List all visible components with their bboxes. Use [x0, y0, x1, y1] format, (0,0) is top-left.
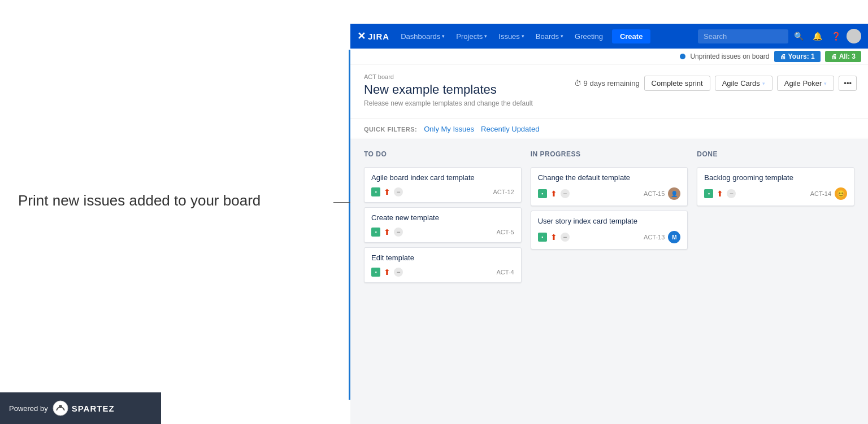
done-column-header: Done	[697, 148, 854, 163]
print-icon: 🖨	[780, 53, 786, 60]
story-icon: ▪	[371, 187, 380, 196]
card-footer: ▪ ⬆ − ACT-5	[371, 228, 514, 237]
card-icons: ▪ ⬆ −	[371, 268, 403, 277]
done-column: Done Backlog grooming template ▪ ⬆ − ACT…	[692, 148, 859, 415]
board-header-actions: ⏱ 9 days remaining Complete sprint Agile…	[574, 76, 857, 91]
agile-cards-button[interactable]: Agile Cards ▾	[715, 76, 772, 91]
board-subtitle: Release new example templates and change…	[364, 99, 857, 107]
spartez-icon	[53, 400, 68, 416]
spartez-name: SPARTEZ	[72, 404, 115, 413]
inprogress-column-header: In Progress	[531, 148, 688, 163]
card-footer: ▪ ⬆ − ACT-14 😊	[704, 187, 847, 200]
jira-x-icon: ✕	[357, 30, 366, 42]
card-title: Edit template	[371, 253, 514, 262]
priority-icon: ⬆	[383, 228, 392, 237]
card-icons: ▪ ⬆ −	[538, 233, 570, 242]
minus-icon: −	[561, 233, 570, 242]
card-footer: ▪ ⬆ − ACT-15 👤	[538, 187, 681, 200]
card-act-13[interactable]: User story index card template ▪ ⬆ − ACT…	[531, 211, 688, 250]
user-avatar[interactable]	[847, 29, 861, 43]
annotation-text: Print new issues added to your board	[18, 192, 261, 209]
todo-column: To Do Agile board index card template ▪ …	[359, 148, 526, 415]
card-footer: ▪ ⬆ − ACT-13 M	[538, 231, 681, 243]
todo-column-header: To Do	[364, 148, 522, 163]
card-act-14[interactable]: Backlog grooming template ▪ ⬆ − ACT-14 😊	[697, 167, 854, 206]
card-act-12[interactable]: Agile board index card template ▪ ⬆ − AC…	[364, 167, 522, 203]
minus-icon: −	[727, 189, 736, 198]
card-icons: ▪ ⬆ −	[371, 228, 403, 237]
priority-icon: ⬆	[549, 233, 558, 242]
annotation-line	[333, 202, 350, 203]
priority-icon: ⬆	[715, 189, 724, 198]
nav-dashboards[interactable]: Dashboards ▾	[396, 30, 449, 43]
yours-button[interactable]: 🖨 Yours: 1	[774, 51, 821, 62]
card-id: ACT-5	[496, 229, 514, 235]
nav-projects[interactable]: Projects ▾	[452, 30, 492, 43]
card-title: Backlog grooming template	[704, 173, 847, 182]
svg-point-1	[59, 405, 62, 408]
assignee-avatar: 😊	[835, 187, 847, 200]
inprogress-column: In Progress Change the default template …	[526, 148, 693, 415]
card-icons: ▪ ⬆ −	[704, 189, 736, 198]
story-icon: ▪	[371, 228, 380, 237]
card-act-15[interactable]: Change the default template ▪ ⬆ − ACT-15…	[531, 167, 688, 206]
chevron-down-icon: ▾	[561, 33, 563, 39]
unprinted-dot-icon	[680, 54, 685, 59]
story-icon: ▪	[538, 189, 547, 198]
story-icon: ▪	[704, 189, 713, 198]
card-icons: ▪ ⬆ −	[538, 189, 570, 198]
clock-icon: ⏱	[574, 79, 581, 88]
minus-icon: −	[394, 268, 403, 277]
quick-filter-recently-updated[interactable]: Recently Updated	[481, 125, 539, 133]
search-input[interactable]	[698, 29, 788, 43]
priority-icon: ⬆	[549, 189, 558, 198]
card-act-4[interactable]: Edit template ▪ ⬆ − ACT-4	[364, 247, 522, 283]
notification-icon[interactable]: 🔔	[809, 29, 826, 43]
all-button[interactable]: 🖨 All: 3	[825, 51, 861, 62]
chevron-down-icon: ▾	[762, 81, 765, 86]
assignee-avatar: M	[668, 231, 680, 243]
nav-boards[interactable]: Boards ▾	[531, 30, 568, 43]
chevron-down-icon: ▾	[484, 33, 487, 39]
card-id: ACT-13	[644, 234, 665, 241]
complete-sprint-button[interactable]: Complete sprint	[644, 76, 710, 91]
minus-icon: −	[394, 187, 403, 196]
card-title: Agile board index card template	[371, 173, 514, 182]
card-id: ACT-4	[496, 269, 514, 276]
jira-logo: ✕ JIRA	[357, 30, 389, 42]
footer: Powered by SPARTEZ	[0, 392, 161, 424]
card-id: ACT-14	[810, 190, 831, 197]
priority-icon: ⬆	[383, 187, 392, 196]
story-icon: ▪	[538, 233, 547, 242]
help-icon[interactable]: ❓	[828, 29, 844, 43]
chevron-down-icon: ▾	[824, 81, 827, 86]
create-button[interactable]: Create	[612, 29, 650, 43]
more-options-button[interactable]: •••	[839, 76, 857, 91]
priority-icon: ⬆	[383, 268, 392, 277]
agile-poker-button[interactable]: Agile Poker ▾	[777, 76, 834, 91]
card-id: ACT-12	[493, 189, 514, 195]
board-header: ACT board New example templates Release …	[350, 64, 868, 119]
quick-filters-label: QUICK FILTERS:	[364, 126, 417, 133]
chevron-down-icon: ▾	[522, 33, 524, 39]
story-icon: ▪	[371, 268, 380, 277]
navbar: ✕ JIRA Dashboards ▾ Projects ▾ Issues ▾ …	[350, 24, 868, 49]
card-act-5[interactable]: Create new template ▪ ⬆ − ACT-5	[364, 207, 522, 243]
card-title: Change the default template	[538, 173, 681, 182]
search-icon[interactable]: 🔍	[791, 29, 807, 43]
minus-icon: −	[394, 228, 403, 237]
spartez-logo: SPARTEZ	[53, 400, 115, 416]
jira-label: JIRA	[368, 32, 389, 41]
card-footer: ▪ ⬆ − ACT-12	[371, 187, 514, 196]
card-title: User story index card template	[538, 217, 681, 225]
nav-issues[interactable]: Issues ▾	[494, 30, 529, 43]
assignee-avatar: 👤	[668, 187, 680, 200]
board-area: To Do Agile board index card template ▪ …	[350, 139, 868, 424]
unprinted-bar: Unprinted issues on board 🖨 Yours: 1 🖨 A…	[350, 49, 868, 64]
card-id: ACT-15	[644, 190, 665, 197]
nav-greeting[interactable]: Greeting	[570, 30, 607, 43]
quick-filters-bar: QUICK FILTERS: Only My Issues Recently U…	[350, 120, 868, 138]
chevron-down-icon: ▾	[442, 33, 445, 39]
unprinted-text: Unprinted issues on board	[690, 53, 769, 60]
quick-filter-my-issues[interactable]: Only My Issues	[424, 125, 474, 133]
